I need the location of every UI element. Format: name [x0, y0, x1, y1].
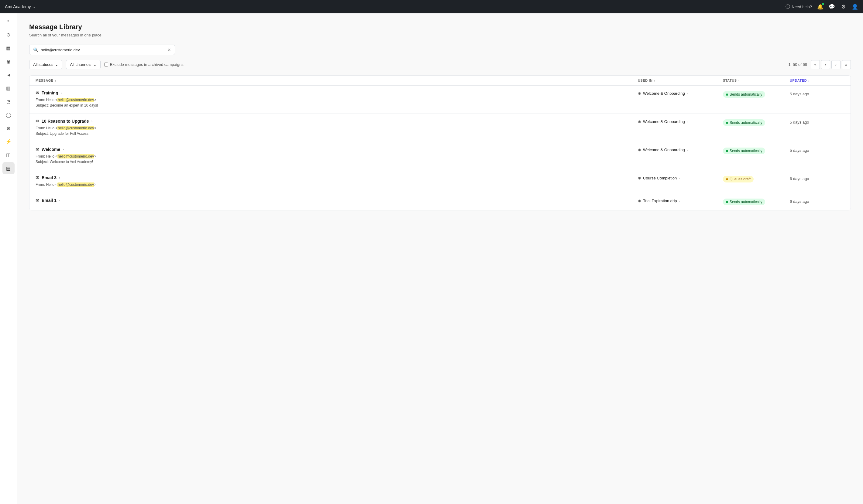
- user-avatar-button[interactable]: 👤: [851, 3, 858, 10]
- filters-row: All statuses ⌄ All channels ⌄ Exclude me…: [29, 60, 851, 69]
- col-header-message[interactable]: MESSAGE ↑: [36, 79, 638, 82]
- email-icon: ✉: [36, 175, 39, 180]
- used-in-email1[interactable]: ⊕ Trial Expiration drip ›: [638, 198, 723, 203]
- journey-icon: ⊕: [638, 198, 641, 203]
- page-title: Message Library: [29, 23, 851, 31]
- pagination-last-button[interactable]: »: [842, 60, 851, 69]
- used-in-email3[interactable]: ⊕ Course Completion ›: [638, 175, 723, 180]
- pagination-prev-button[interactable]: ‹: [821, 60, 830, 69]
- sort-arrow-used-in: ↑: [654, 79, 655, 82]
- help-circle-icon: ⓘ: [786, 4, 790, 10]
- clear-search-button[interactable]: ✕: [167, 47, 171, 52]
- search-bar: 🔍 ✕: [29, 44, 175, 55]
- messages-button[interactable]: 💬: [828, 3, 835, 10]
- table-row[interactable]: ✉ 10 Reasons to Upgrade › From: Hello <h…: [29, 114, 851, 142]
- pagination-next-icon: ›: [835, 62, 837, 67]
- used-in-welcome[interactable]: ⊕ Welcome & Onboarding ›: [638, 147, 723, 152]
- sidebar-item-analytics[interactable]: ⊙: [2, 28, 15, 41]
- col-header-used-in[interactable]: USED IN ↑: [638, 79, 723, 82]
- updated-email3: 6 days ago: [790, 175, 845, 181]
- exclude-archived-input[interactable]: [104, 63, 108, 66]
- notification-dot: [822, 3, 824, 5]
- sidebar-item-data[interactable]: ◫: [2, 149, 15, 161]
- channels-filter-chevron-icon: ⌄: [93, 62, 97, 67]
- col-header-status[interactable]: STATUS ↑: [723, 79, 790, 82]
- status-dot-green: [726, 150, 728, 152]
- status-filter[interactable]: All statuses ⌄: [29, 60, 62, 69]
- sidebar-item-inbox[interactable]: ▥: [2, 82, 15, 94]
- sidebar-item-activity[interactable]: ⚡: [2, 135, 15, 147]
- search-icon: 🔍: [33, 47, 38, 52]
- email-icon: ✉: [36, 198, 39, 203]
- search-input[interactable]: [41, 48, 165, 52]
- sidebar-item-segments[interactable]: ◔: [2, 95, 15, 107]
- status-filter-chevron-icon: ⌄: [55, 62, 58, 67]
- message-cell-training: ✉ Training › From: Hello <hello@customer…: [36, 90, 638, 109]
- pagination-next-button[interactable]: ›: [831, 60, 840, 69]
- main-layout: » ⊙ ▦ ◉ ◂ ▥ ◔ ◯ ⊕ ⚡ ◫ ▤: [0, 13, 863, 504]
- campaign-chevron-icon: ›: [679, 199, 680, 203]
- used-in-training[interactable]: ⊕ Welcome & Onboarding ›: [638, 90, 723, 96]
- channels-filter[interactable]: All channels ⌄: [66, 60, 100, 69]
- exclude-archived-checkbox[interactable]: Exclude messages in archived campaigns: [104, 62, 184, 67]
- email-icon: ✉: [36, 119, 39, 124]
- sort-arrow-status: ↑: [738, 79, 740, 82]
- data-icon: ◫: [6, 152, 11, 158]
- campaigns-icon: ◉: [7, 59, 11, 64]
- pagination-first-button[interactable]: «: [811, 60, 820, 69]
- sidebar-item-campaigns[interactable]: ◉: [2, 55, 15, 67]
- journey-icon: ⊕: [638, 147, 641, 152]
- message-table: MESSAGE ↑ USED IN ↑ STATUS ↑ UPDATED ↓: [29, 75, 851, 210]
- row-chevron-icon: ›: [63, 147, 64, 151]
- updated-training: 5 days ago: [790, 90, 845, 96]
- library-icon: ▤: [6, 166, 11, 171]
- integrations-icon: ⊕: [7, 125, 10, 131]
- campaign-chevron-icon: ›: [687, 120, 688, 124]
- row-chevron-icon: ›: [61, 91, 62, 95]
- sidebar-item-charts[interactable]: ▦: [2, 42, 15, 54]
- page-subtitle: Search all of your messages in one place: [29, 33, 851, 37]
- table-row[interactable]: ✉ Email 3 › From: Hello <hello@customeri…: [29, 170, 851, 193]
- sidebar-expand-button[interactable]: »: [5, 17, 11, 25]
- status-email1: Sends automatically: [723, 198, 790, 205]
- campaign-chevron-icon: ›: [687, 92, 688, 95]
- app-name-area[interactable]: Ami Academy ⌄: [5, 4, 36, 9]
- msg-from-reasons: From: Hello <hello@customerio.dev>: [36, 126, 638, 130]
- message-cell-welcome: ✉ Welcome › From: Hello <hello@customeri…: [36, 147, 638, 165]
- gear-icon: ⚙: [841, 4, 846, 10]
- row-chevron-icon: ›: [91, 119, 93, 123]
- updated-welcome: 5 days ago: [790, 147, 845, 153]
- used-in-reasons[interactable]: ⊕ Welcome & Onboarding ›: [638, 119, 723, 124]
- status-email3: Queues draft: [723, 175, 790, 182]
- sidebar-item-library[interactable]: ▤: [2, 162, 15, 174]
- sidebar: » ⊙ ▦ ◉ ◂ ▥ ◔ ◯ ⊕ ⚡ ◫ ▤: [0, 13, 17, 504]
- activity-icon: ⚡: [5, 139, 12, 144]
- pagination-first-icon: «: [814, 62, 816, 67]
- journey-icon: ⊕: [638, 176, 641, 180]
- message-cell-email3: ✉ Email 3 › From: Hello <hello@customeri…: [36, 175, 638, 188]
- charts-icon: ▦: [6, 45, 11, 51]
- message-circle-icon: 💬: [829, 4, 835, 10]
- table-row[interactable]: ✉ Email 1 › ⊕ Trial Expiration drip ›: [29, 193, 851, 210]
- pagination: 1–50 of 68 « ‹ › »: [786, 60, 851, 69]
- row-chevron-icon: ›: [59, 176, 60, 179]
- sidebar-item-people[interactable]: ◯: [2, 109, 15, 121]
- top-nav-right: ⓘ Need help? 🔔 💬 ⚙ 👤: [786, 3, 859, 10]
- campaign-chevron-icon: ›: [687, 148, 688, 152]
- sort-arrow-updated: ↓: [808, 79, 810, 82]
- settings-button[interactable]: ⚙: [840, 3, 847, 10]
- channels-filter-label: All channels: [70, 62, 91, 67]
- help-button[interactable]: ⓘ Need help?: [786, 4, 812, 10]
- notifications-button[interactable]: 🔔: [817, 3, 824, 10]
- sidebar-item-integrations[interactable]: ⊕: [2, 122, 15, 134]
- campaign-chevron-icon: ›: [678, 177, 680, 180]
- table-row[interactable]: ✉ Welcome › From: Hello <hello@customeri…: [29, 142, 851, 170]
- table-row[interactable]: ✉ Training › From: Hello <hello@customer…: [29, 86, 851, 114]
- app-name: Ami Academy: [5, 4, 31, 9]
- analytics-icon: ⊙: [7, 32, 10, 38]
- sidebar-item-messages[interactable]: ◂: [2, 69, 15, 81]
- col-header-updated[interactable]: UPDATED ↓: [790, 79, 845, 82]
- msg-from-email3: From: Hello <hello@customerio.dev>: [36, 182, 638, 187]
- top-nav: Ami Academy ⌄ ⓘ Need help? 🔔 💬 ⚙ 👤: [0, 0, 863, 13]
- email-icon: ✉: [36, 147, 39, 152]
